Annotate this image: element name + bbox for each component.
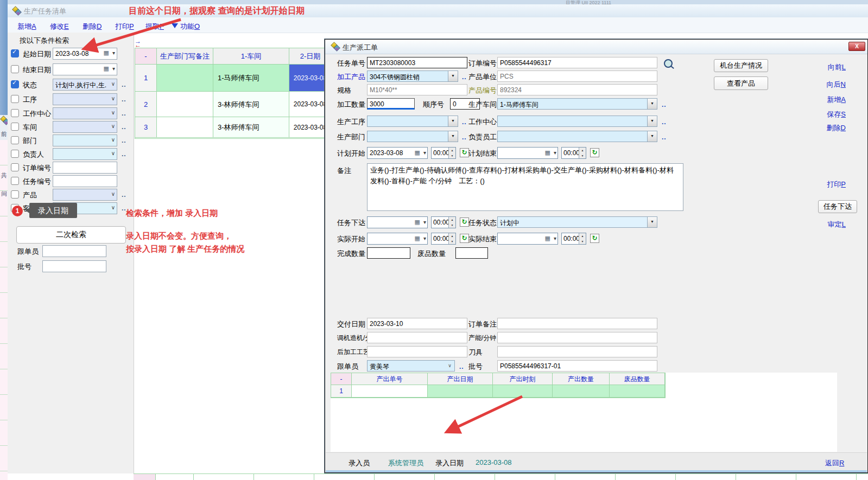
- actual-end-time[interactable]: 00:00▲▼: [561, 233, 586, 245]
- dispatch-time[interactable]: 00:00▲▼: [431, 216, 456, 228]
- more-button[interactable]: ..: [462, 73, 467, 81]
- process-combo[interactable]: ▼: [367, 116, 458, 127]
- order-no-input[interactable]: [53, 162, 117, 174]
- column-header[interactable]: 产出数量: [553, 373, 610, 385]
- search-icon[interactable]: [664, 59, 673, 68]
- row-number[interactable]: 1: [135, 65, 157, 92]
- workshop-checkbox[interactable]: [11, 123, 19, 131]
- machine-status-button[interactable]: 机台生产情况: [714, 59, 768, 72]
- staff-combo[interactable]: ▼: [497, 131, 657, 142]
- actual-start-date[interactable]: ▦▾: [367, 233, 428, 245]
- column-header[interactable]: 产出单号: [352, 373, 428, 385]
- refresh-icon[interactable]: ↻: [460, 148, 469, 157]
- workshop-combo[interactable]: 1-马师傅车间▼: [497, 98, 657, 110]
- more-button[interactable]: ..: [122, 123, 126, 131]
- row-number[interactable]: 3: [135, 117, 157, 138]
- product-select[interactable]: ∨: [53, 189, 117, 201]
- end-date-checkbox[interactable]: [11, 65, 19, 73]
- department-select[interactable]: ∨: [53, 135, 117, 146]
- more-button[interactable]: ..: [122, 150, 126, 158]
- row-number[interactable]: 2: [135, 92, 157, 117]
- workshop-cell[interactable]: 3-林师傅车间: [213, 92, 289, 117]
- menu-delete[interactable]: 删除D: [83, 22, 102, 31]
- follower-input[interactable]: [42, 245, 106, 257]
- dispatch-date[interactable]: ▦▾: [367, 216, 428, 228]
- delivery-date-field[interactable]: 2023-03-10: [367, 318, 467, 329]
- process-checkbox[interactable]: [11, 95, 19, 103]
- order-no-checkbox[interactable]: [11, 163, 19, 171]
- more-button[interactable]: ..: [662, 101, 667, 108]
- remark-textarea[interactable]: 业务()-打生产单()-待确认师傅()-查库存料()-打材料采购单()-交生产单…: [367, 163, 683, 211]
- product-checkbox[interactable]: [11, 190, 19, 199]
- workshop-cell[interactable]: 3-林师傅车间: [213, 117, 289, 138]
- add-link[interactable]: 新增A: [827, 95, 846, 105]
- save-link[interactable]: 保存S: [827, 110, 846, 119]
- time-spinner[interactable]: ▲▼: [448, 148, 455, 158]
- close-button[interactable]: X: [848, 42, 865, 51]
- order-no-field[interactable]: P0585544496317: [497, 57, 657, 68]
- dropdown-button[interactable]: ▼: [647, 116, 657, 126]
- output-time-cell[interactable]: [493, 385, 553, 398]
- refresh-icon[interactable]: ↻: [590, 148, 599, 157]
- plan-end-time[interactable]: 00:00▲▼: [561, 147, 586, 159]
- approve-link[interactable]: 审定L: [828, 220, 846, 229]
- actual-start-time[interactable]: 00:00▲▼: [431, 233, 456, 245]
- time-spinner[interactable]: ▲▼: [448, 233, 455, 244]
- more-button[interactable]: ..: [662, 118, 667, 126]
- prev-link[interactable]: 向前L: [828, 62, 846, 72]
- department-checkbox[interactable]: [11, 136, 19, 144]
- time-spinner[interactable]: ▲▼: [448, 217, 455, 228]
- column-header[interactable]: 废品数量: [610, 373, 665, 385]
- more-button[interactable]: ..: [459, 363, 464, 370]
- plan-end-date[interactable]: ▦▾: [497, 147, 558, 159]
- work-center-checkbox[interactable]: [11, 109, 19, 117]
- output-scrap-cell[interactable]: [610, 385, 665, 398]
- more-button[interactable]: ..: [462, 133, 467, 141]
- menu-extract[interactable]: 提取F: [145, 22, 164, 31]
- workshop-select[interactable]: ∨: [53, 121, 117, 133]
- note-cell[interactable]: [157, 65, 213, 92]
- start-date-checkbox[interactable]: ✓: [11, 49, 19, 57]
- dropdown-button[interactable]: ▼: [448, 71, 458, 81]
- actual-end-date[interactable]: ▦▾: [497, 233, 558, 245]
- batch-no-field[interactable]: P0585544496317-01: [497, 360, 657, 372]
- time-spinner[interactable]: ▲▼: [579, 148, 586, 158]
- dropdown-button[interactable]: ▼: [448, 131, 458, 142]
- swap-columns-icon[interactable]: →←: [135, 40, 145, 49]
- output-qty-cell[interactable]: [553, 385, 610, 398]
- tool-field[interactable]: [497, 346, 657, 357]
- column-header[interactable]: 产出时刻: [493, 373, 553, 385]
- more-button[interactable]: ..: [122, 137, 126, 144]
- work-center-combo[interactable]: ▼: [497, 116, 657, 127]
- workshop-cell[interactable]: 1-马师傅车间: [213, 65, 289, 92]
- print-link[interactable]: 打印P: [827, 180, 846, 189]
- more-button[interactable]: ..: [462, 118, 467, 126]
- column-header[interactable]: -: [331, 373, 352, 385]
- status-checkbox[interactable]: ✓: [11, 80, 19, 88]
- dropdown-button[interactable]: ▼: [647, 131, 657, 142]
- dropdown-button[interactable]: ▼: [647, 99, 657, 109]
- order-remark-field[interactable]: [497, 318, 657, 329]
- work-center-select[interactable]: ∨: [53, 107, 117, 119]
- task-no-field[interactable]: MT2303080003: [367, 57, 467, 68]
- column-header[interactable]: 生产部门写备注: [157, 48, 213, 65]
- menu-edit[interactable]: 修改E: [50, 22, 69, 31]
- dept-combo[interactable]: ▼: [367, 131, 458, 142]
- scrap-qty-field[interactable]: [455, 247, 488, 259]
- status-select[interactable]: 计划中,执行中,生.∨: [53, 79, 117, 91]
- manager-select[interactable]: ∨: [53, 148, 117, 160]
- output-date-cell[interactable]: [428, 385, 493, 398]
- manager-checkbox[interactable]: [11, 150, 19, 158]
- start-date-input[interactable]: 2023-03-08▦▾: [53, 48, 117, 60]
- task-no-input[interactable]: [53, 175, 117, 187]
- refresh-icon[interactable]: ↻: [460, 234, 469, 243]
- menu-function[interactable]: 功能O: [180, 22, 200, 31]
- menu-print[interactable]: 打印P: [115, 22, 134, 31]
- more-button[interactable]: ..: [122, 81, 126, 88]
- more-button[interactable]: ..: [122, 191, 126, 199]
- next-link[interactable]: 向后N: [827, 80, 846, 89]
- refresh-icon[interactable]: ↻: [460, 217, 469, 227]
- plan-start-time[interactable]: 00:00▲▼: [431, 147, 456, 159]
- column-header[interactable]: -: [135, 48, 157, 65]
- delete-link[interactable]: 删除D: [827, 123, 846, 133]
